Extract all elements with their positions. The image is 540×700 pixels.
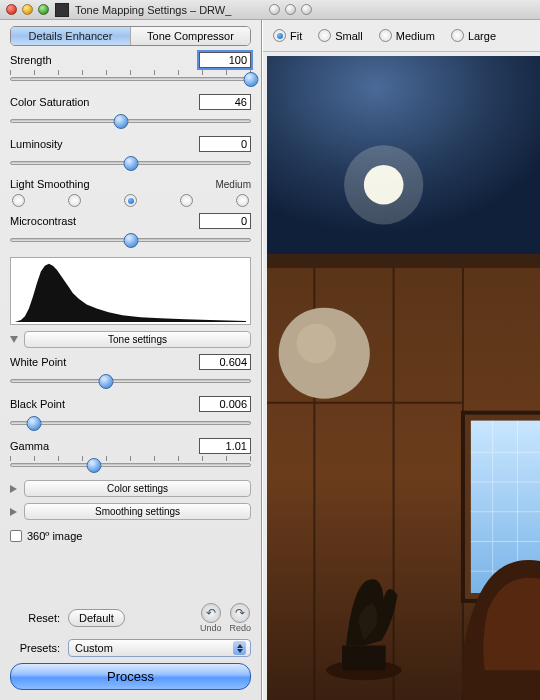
light-smoothing-label: Light Smoothing: [10, 178, 90, 190]
disclosure-tone-icon[interactable]: [10, 336, 18, 343]
undo-icon: ↶: [201, 603, 221, 623]
svg-rect-4: [267, 254, 540, 268]
smoothing-settings-button[interactable]: Smoothing settings: [24, 503, 251, 520]
redo-icon: ↷: [230, 603, 250, 623]
svg-point-2: [344, 145, 423, 224]
undo-button[interactable]: ↶ Undo: [200, 603, 222, 633]
zoom-icon[interactable]: [38, 4, 49, 15]
settings-panel: Details Enhancer Tone Compressor Strengt…: [0, 20, 262, 700]
360-image-label: 360º image: [27, 530, 82, 542]
microcontrast-input[interactable]: [199, 213, 251, 229]
preview-titlebar: [263, 0, 540, 20]
app-icon: [55, 3, 69, 17]
close-icon[interactable]: [6, 4, 17, 15]
presets-value: Custom: [75, 642, 113, 654]
black-point-slider[interactable]: [10, 414, 251, 432]
tone-settings-button[interactable]: Tone settings: [24, 331, 251, 348]
luminosity-slider[interactable]: [10, 154, 251, 172]
close-icon[interactable]: [269, 4, 280, 15]
tab-tone-compressor[interactable]: Tone Compressor: [131, 27, 250, 45]
window-title: Tone Mapping Settings – DRW_: [75, 4, 231, 16]
zoom-icon[interactable]: [301, 4, 312, 15]
tab-details-enhancer[interactable]: Details Enhancer: [11, 27, 131, 45]
window-controls: [6, 4, 49, 15]
disclosure-color-icon[interactable]: [10, 485, 18, 493]
light-smoothing-level: Medium: [215, 179, 251, 190]
luminosity-input[interactable]: [199, 136, 251, 152]
color-saturation-label: Color Saturation: [10, 96, 90, 108]
microcontrast-slider[interactable]: [10, 231, 251, 249]
zoom-toolbar: Fit Small Medium Large: [263, 20, 540, 52]
light-smoothing-radios: [12, 194, 249, 207]
white-point-label: White Point: [10, 356, 66, 368]
strength-label: Strength: [10, 54, 52, 66]
disclosure-smoothing-icon[interactable]: [10, 508, 18, 516]
svg-rect-19: [342, 646, 386, 671]
zoom-large-radio[interactable]: [451, 29, 464, 42]
zoom-fit-radio[interactable]: [273, 29, 286, 42]
color-saturation-slider[interactable]: [10, 112, 251, 130]
presets-select[interactable]: Custom: [68, 639, 251, 657]
reset-default-button[interactable]: Default: [68, 609, 125, 627]
redo-button[interactable]: ↷ Redo: [229, 603, 251, 633]
mode-tabs: Details Enhancer Tone Compressor: [10, 26, 251, 46]
black-point-label: Black Point: [10, 398, 65, 410]
zoom-small-radio[interactable]: [318, 29, 331, 42]
light-smoothing-option-4[interactable]: [180, 194, 193, 207]
preview-window: Fit Small Medium Large: [263, 0, 540, 700]
minimize-icon[interactable]: [285, 4, 296, 15]
luminosity-label: Luminosity: [10, 138, 63, 150]
white-point-input[interactable]: [199, 354, 251, 370]
microcontrast-label: Microcontrast: [10, 215, 76, 227]
select-arrows-icon: [233, 641, 246, 655]
360-image-checkbox[interactable]: [10, 530, 22, 542]
strength-input[interactable]: [199, 52, 251, 68]
light-smoothing-option-5[interactable]: [236, 194, 249, 207]
color-saturation-input[interactable]: [199, 94, 251, 110]
color-settings-button[interactable]: Color settings: [24, 480, 251, 497]
white-point-slider[interactable]: [10, 372, 251, 390]
process-button[interactable]: Process: [10, 663, 251, 690]
histogram: [10, 257, 251, 325]
gamma-label: Gamma: [10, 440, 49, 452]
zoom-medium-radio[interactable]: [379, 29, 392, 42]
minimize-icon[interactable]: [22, 4, 33, 15]
reset-label: Reset:: [10, 612, 60, 624]
gamma-input[interactable]: [199, 438, 251, 454]
light-smoothing-option-2[interactable]: [68, 194, 81, 207]
preview-image: [267, 56, 540, 700]
strength-slider[interactable]: [10, 70, 251, 88]
light-smoothing-option-3[interactable]: [124, 194, 137, 207]
svg-point-21: [296, 324, 336, 364]
black-point-input[interactable]: [199, 396, 251, 412]
presets-label: Presets:: [10, 642, 60, 654]
light-smoothing-option-1[interactable]: [12, 194, 25, 207]
gamma-slider[interactable]: [10, 456, 251, 474]
